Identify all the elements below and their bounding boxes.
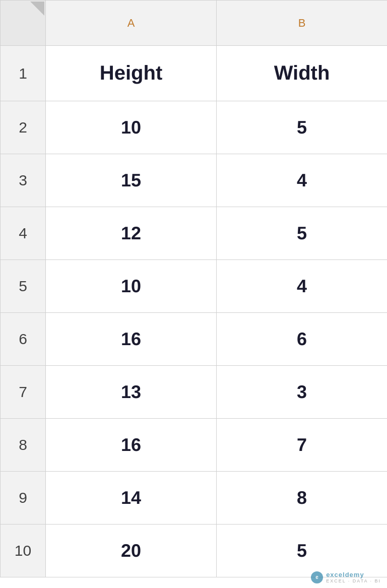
cell-3-a[interactable]: 15	[46, 154, 217, 207]
cell-4-b[interactable]: 5	[217, 207, 388, 260]
table-row: 5104	[1, 260, 388, 313]
table-row: 8167	[1, 419, 388, 472]
cell-7-b[interactable]: 3	[217, 366, 388, 419]
row-header-6[interactable]: 6	[1, 313, 46, 366]
row-header-4[interactable]: 4	[1, 207, 46, 260]
cell-2-a[interactable]: 10	[46, 101, 217, 154]
col-header-a[interactable]: A	[46, 1, 217, 46]
cell-6-a[interactable]: 16	[46, 313, 217, 366]
watermark-logo: e	[311, 571, 323, 583]
cell-8-a[interactable]: 16	[46, 419, 217, 472]
watermark-sub: EXCEL · DATA · BI	[326, 578, 381, 584]
spreadsheet: A B 1HeightWidth210531544125510461667133…	[0, 0, 387, 588]
cell-1-a[interactable]: Height	[46, 46, 217, 101]
column-header-row: A B	[1, 1, 388, 46]
cell-5-a[interactable]: 10	[46, 260, 217, 313]
corner-cell	[1, 1, 46, 46]
cell-9-a[interactable]: 14	[46, 472, 217, 525]
row-header-5[interactable]: 5	[1, 260, 46, 313]
row-header-1[interactable]: 1	[1, 46, 46, 101]
cell-5-b[interactable]: 4	[217, 260, 388, 313]
watermark-text: exceldemy EXCEL · DATA · BI	[326, 571, 381, 584]
col-header-b[interactable]: B	[217, 1, 388, 46]
watermark-brand: exceldemy	[326, 571, 381, 579]
table-row: 6166	[1, 313, 388, 366]
row-header-10[interactable]: 10	[1, 525, 46, 577]
cell-9-b[interactable]: 8	[217, 472, 388, 525]
cell-1-b[interactable]: Width	[217, 46, 388, 101]
table-row: 10205	[1, 525, 388, 577]
table-row: 9148	[1, 472, 388, 525]
row-header-2[interactable]: 2	[1, 101, 46, 154]
row-header-8[interactable]: 8	[1, 419, 46, 472]
cell-4-a[interactable]: 12	[46, 207, 217, 260]
table-row: 2105	[1, 101, 388, 154]
row-header-7[interactable]: 7	[1, 366, 46, 419]
cell-10-b[interactable]: 5	[217, 525, 388, 577]
cell-6-b[interactable]: 6	[217, 313, 388, 366]
cell-8-b[interactable]: 7	[217, 419, 388, 472]
cell-3-b[interactable]: 4	[217, 154, 388, 207]
cell-7-a[interactable]: 13	[46, 366, 217, 419]
table-row: 1HeightWidth	[1, 46, 388, 101]
table-row: 4125	[1, 207, 388, 260]
data-table: A B 1HeightWidth210531544125510461667133…	[0, 0, 387, 577]
watermark: e exceldemy EXCEL · DATA · BI	[311, 571, 381, 584]
row-header-9[interactable]: 9	[1, 472, 46, 525]
table-row: 3154	[1, 154, 388, 207]
table-row: 7133	[1, 366, 388, 419]
cell-2-b[interactable]: 5	[217, 101, 388, 154]
cell-10-a[interactable]: 20	[46, 525, 217, 577]
row-header-3[interactable]: 3	[1, 154, 46, 207]
